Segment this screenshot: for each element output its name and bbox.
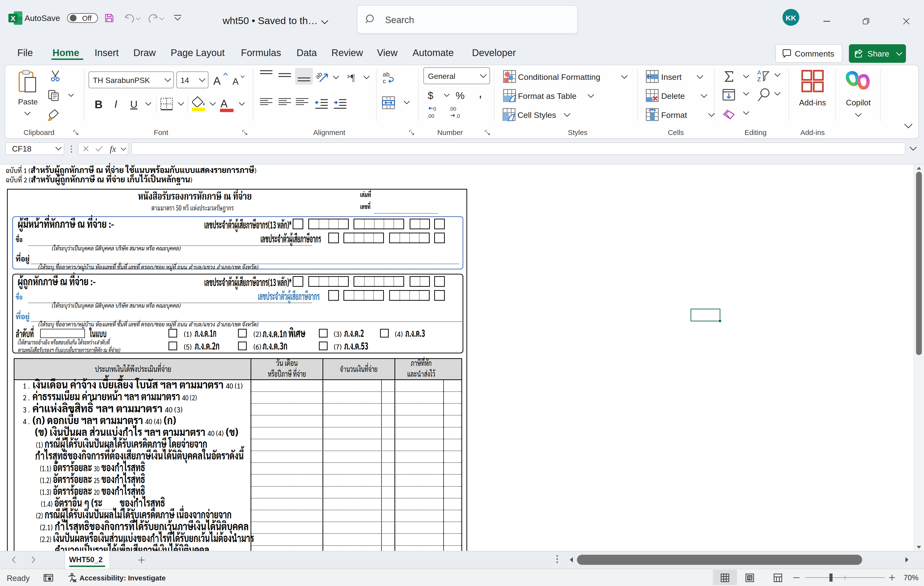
- svg-text:X: X: [11, 15, 15, 22]
- svg-text:0: 0: [433, 106, 436, 112]
- svg-text:Z: Z: [757, 76, 761, 82]
- svg-text:ab: ab: [383, 71, 390, 78]
- svg-text:.0: .0: [455, 113, 460, 119]
- svg-text:.00: .00: [427, 113, 434, 119]
- svg-text:c: c: [383, 77, 386, 84]
- svg-text:¶: ¶: [350, 72, 355, 83]
- svg-text:.00: .00: [449, 106, 456, 112]
- svg-text:A: A: [757, 70, 761, 76]
